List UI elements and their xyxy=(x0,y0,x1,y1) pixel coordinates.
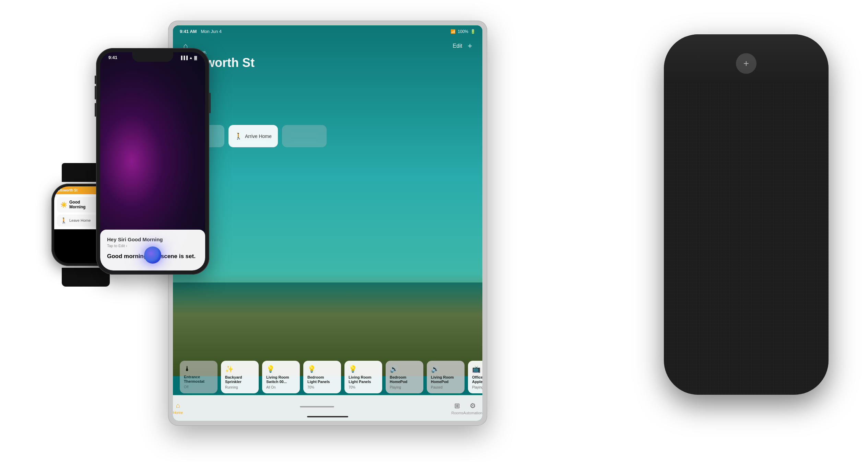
ipad-wifi-icon: 📶 xyxy=(450,29,456,34)
ipad-status-right: 📶 100% 🔋 xyxy=(450,29,476,34)
device-living-light-status: 70% xyxy=(349,385,378,389)
watch-leave-home-label: Leave Home xyxy=(69,218,91,222)
ipad-automation-tab-label: Automation xyxy=(463,411,482,415)
device-thermostat-icon: 🌡 xyxy=(184,365,213,373)
iphone-notch xyxy=(132,52,173,62)
iphone-volume-up-button[interactable] xyxy=(95,86,96,100)
ipad-tab-home[interactable]: ⌂ Home xyxy=(173,402,183,415)
ipad-header: ⌂ Edit + xyxy=(173,37,482,55)
homepod-mesh-texture xyxy=(664,34,829,395)
ipad-screen: 9:41 AM Mon Jun 4 📶 100% 🔋 ⌂ Edit + xyxy=(173,25,482,421)
ipad-battery-icon: 🔋 xyxy=(470,29,476,34)
ipad-scene-button-extra[interactable] xyxy=(282,125,327,147)
device-sprinkler-name: BackyardSprinkler xyxy=(225,375,255,384)
iphone-screen: 9:41 ▐▐▐ ▲ ▓ Hey Siri Good Morning Tap t… xyxy=(100,52,205,270)
ipad-rooms-tab-icon: ⊞ xyxy=(454,402,460,410)
ipad-home-indicator xyxy=(307,416,348,417)
siri-wave-indicator xyxy=(100,257,205,270)
siri-query-text: Hey Siri Good Morning xyxy=(107,236,198,242)
iphone-signal-icon: ▐▐▐ xyxy=(180,56,188,60)
ipad-tab-indicator xyxy=(300,406,334,407)
device-livingroom-homepod-icon: 🔊 xyxy=(431,365,460,373)
ipad-automation-tab-icon: ⚙ xyxy=(470,402,476,410)
device-bedroom-light-status: 70% xyxy=(307,385,337,389)
ipad-time-display: 9:41 AM xyxy=(180,29,197,34)
iphone-status-icons: ▐▐▐ ▲ ▓ xyxy=(180,56,197,60)
main-scene: Ellsworth St 9:41 ☀️ GoodMorning 🚶 Leave… xyxy=(0,0,868,462)
ipad-arrive-home-button[interactable]: 🚶 Arrive Home xyxy=(228,125,278,147)
ipad-home-tab-icon: ⌂ xyxy=(176,402,180,409)
device-tile-bedroom-lights[interactable]: 💡 BedroomLight Panels 70% xyxy=(303,361,341,393)
iphone-volume-down-button[interactable] xyxy=(95,103,96,117)
device-bedroom-homepod-status: Playing xyxy=(390,385,419,389)
device-bedroom-light-name: BedroomLight Panels xyxy=(307,375,337,384)
ipad-home-tab-label: Home xyxy=(173,411,183,415)
device-livingroom-homepod-name: Living RoomHomePod xyxy=(431,375,460,384)
device-bedroom-light-icon: 💡 xyxy=(307,365,337,373)
device-bedroom-homepod-name: BedroomHomePod xyxy=(390,375,419,384)
watch-walk-icon: 🚶 xyxy=(60,217,67,224)
ipad-status-bar: 9:41 AM Mon Jun 4 📶 100% 🔋 xyxy=(173,25,482,37)
device-livingroom-homepod-status: Paused xyxy=(431,385,460,389)
homepod-plus-icon: + xyxy=(743,58,749,69)
device-switch-name: Living RoomSwitch 00... xyxy=(266,375,296,384)
watch-location-label: Ellsworth St xyxy=(58,188,78,192)
ipad-arrive-icon: 🚶 xyxy=(235,132,242,140)
iphone-battery-icon: ▓ xyxy=(194,56,197,60)
device-switch-icon: 💡 xyxy=(266,365,296,373)
device-appletv-name: OfficeApple TV xyxy=(472,375,482,384)
ipad-header-actions: Edit + xyxy=(453,42,472,50)
ipad-tab-rooms[interactable]: ⊞ Rooms xyxy=(451,402,464,415)
device-entrance-name: EntranceThermostat xyxy=(184,375,213,384)
device-tile-bedroom-homepod[interactable]: 🔊 BedroomHomePod Playing xyxy=(386,361,423,393)
device-appletv-status: Playing xyxy=(472,385,482,389)
homepod-body: + xyxy=(664,34,829,395)
device-tile-appletv[interactable]: 📺 OfficeApple TV Playing xyxy=(468,361,482,393)
ipad-add-button[interactable]: + xyxy=(468,42,472,50)
device-tile-switch[interactable]: 💡 Living RoomSwitch 00... All On xyxy=(262,361,300,393)
homepod: + xyxy=(652,34,841,412)
device-sprinkler-icon: ✨ xyxy=(225,365,255,373)
iphone-wifi-icon: ▲ xyxy=(189,56,193,60)
ipad-edit-button[interactable]: Edit xyxy=(453,43,462,49)
ipad-arrive-home-label: Arrive Home xyxy=(245,134,272,139)
device-living-light-icon: 💡 xyxy=(349,365,378,373)
ipad-date-display: Mon Jun 4 xyxy=(201,29,222,34)
device-entrance-status: Off xyxy=(184,385,213,389)
ipad-devices-container: 🌡 EntranceThermostat Off ✨ BackyardSprin… xyxy=(173,361,482,393)
iphone-mute-switch[interactable] xyxy=(95,76,96,84)
device-switch-status: All On xyxy=(266,385,296,389)
watch-good-morning-label: GoodMorning xyxy=(69,200,85,210)
ipad-tab-automation[interactable]: ⚙ Automation xyxy=(463,402,482,415)
device-tile-living-lights[interactable]: 💡 Living RoomLight Panels 70% xyxy=(344,361,382,393)
device-tile-sprinkler[interactable]: ✨ BackyardSprinkler Running xyxy=(221,361,259,393)
device-appletv-icon: 📺 xyxy=(472,365,482,373)
device-bedroom-homepod-icon: 🔊 xyxy=(390,365,419,373)
ipad-body: 9:41 AM Mon Jun 4 📶 100% 🔋 ⌂ Edit + xyxy=(168,21,487,426)
ipad-rooms-tab-label: Rooms xyxy=(451,411,464,415)
iphone-body: 9:41 ▐▐▐ ▲ ▓ Hey Siri Good Morning Tap t… xyxy=(96,48,209,275)
iphone-time-display: 9:41 xyxy=(108,55,117,60)
ipad: 9:41 AM Mon Jun 4 📶 100% 🔋 ⌂ Edit + xyxy=(168,21,487,426)
siri-container: Hey Siri Good Morning Tap to Edit › Good… xyxy=(100,69,205,270)
device-living-light-name: Living RoomLight Panels xyxy=(349,375,378,384)
device-sprinkler-status: Running xyxy=(225,385,255,389)
device-tile-livingroom-homepod[interactable]: 🔊 Living RoomHomePod Paused xyxy=(427,361,465,393)
watch-sun-icon: ☀️ xyxy=(60,201,67,208)
iphone-side-button[interactable] xyxy=(209,93,211,113)
homepod-touch-area[interactable]: + xyxy=(736,53,756,74)
homepod-top-surface: + xyxy=(664,34,829,82)
siri-orb xyxy=(144,246,161,264)
device-tile-entrance[interactable]: 🌡 EntranceThermostat Off xyxy=(180,361,218,393)
iphone: 9:41 ▐▐▐ ▲ ▓ Hey Siri Good Morning Tap t… xyxy=(96,48,209,275)
ipad-battery-text: 100% xyxy=(458,29,468,34)
